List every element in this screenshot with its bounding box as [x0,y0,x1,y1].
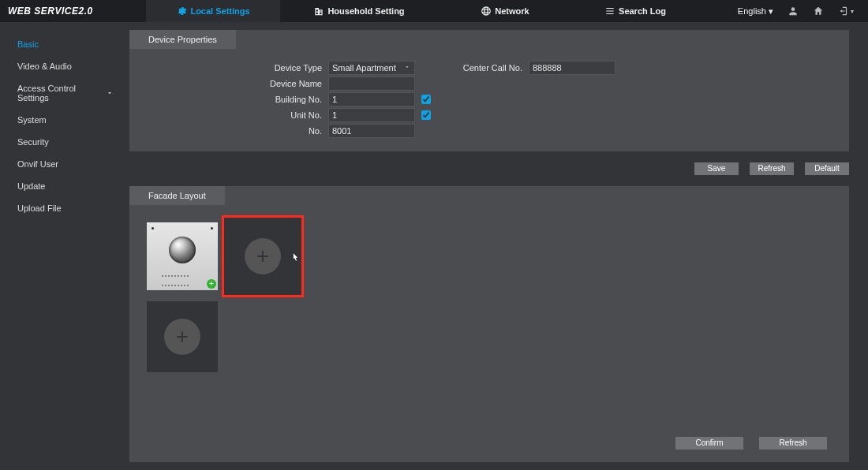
tab-network[interactable]: Network [438,0,572,22]
sidebar-item-system[interactable]: System [0,109,129,131]
sidebar-item-onvif-user[interactable]: Onvif User [0,153,129,175]
refresh-button[interactable]: Refresh [750,162,794,175]
sidebar-item-basic[interactable]: Basic [0,33,129,55]
row-building-no: Building No. [147,91,431,107]
tab-label: Local Settings [190,6,249,16]
facade-empty-slot [308,221,379,292]
save-button[interactable]: Save [694,162,739,175]
building-no-checkbox[interactable] [421,95,431,104]
label-no: No. [147,126,328,136]
speaker-grill-icon [161,270,204,284]
nav-tabs: Local Settings Household Setting Network… [146,0,698,22]
unit-no-checkbox[interactable] [421,110,431,120]
building-no-input[interactable] [328,92,415,106]
device-properties-body: Device Type Device Name Building No. [129,49,849,151]
label-building-no: Building No. [147,95,328,104]
no-input[interactable] [328,124,415,138]
row-unit-no: Unit No. [147,107,431,123]
properties-right-col: Center Call No. [431,60,832,139]
facade-grid: + + + [147,221,383,372]
gear-icon [176,6,187,17]
add-circle-icon: + [245,238,281,274]
device-properties-tab: Device Properties [129,30,236,49]
row-device-name: Device Name [147,76,431,91]
top-bar: WEB SERVICE2.0 Local Settings Household … [0,0,868,22]
facade-body: + + + Confirm [129,205,849,462]
main: Basic Video & Audio Access Control Setti… [0,22,868,470]
content: Device Properties Device Type Device Nam… [129,22,868,470]
sidebar-item-access-control[interactable]: Access Control Settings [0,77,129,109]
sidebar-item-security[interactable]: Security [0,131,129,153]
unit-no-input[interactable] [328,108,415,122]
facade-add-tile-highlighted[interactable]: + [224,218,301,295]
sidebar-item-label: System [17,115,47,125]
user-icon[interactable] [788,6,799,17]
device-name-input[interactable] [328,76,415,91]
sidebar-item-label: Basic [17,39,39,49]
tab-household-setting[interactable]: Household Setting [280,0,438,22]
facade-tab: Facade Layout [129,186,225,205]
sidebar-item-label: Upload File [17,203,62,213]
logout-icon[interactable]: ▾ [838,6,854,17]
sidebar-item-update[interactable]: Update [0,175,129,197]
add-circle-icon: + [164,319,200,355]
sidebar-item-label: Update [17,181,45,191]
building-icon [313,6,324,17]
sidebar-item-upload-file[interactable]: Upload File [0,197,129,219]
facade-camera-tile[interactable]: + [147,221,218,292]
default-button[interactable]: Default [805,162,849,175]
sidebar-item-video-audio[interactable]: Video & Audio [0,55,129,77]
facade-add-tile[interactable]: + [147,301,218,372]
tab-search-log[interactable]: Search Log [572,0,698,22]
add-badge-icon: + [207,279,216,289]
screw-icon [211,227,213,229]
sidebar-item-label: Security [17,137,49,147]
chevron-down-icon: ▾ [769,6,773,16]
camera-lens-icon [169,237,196,263]
facade-buttons: Confirm Refresh [675,437,827,449]
brand-logo: WEB SERVICE2.0 [0,6,146,17]
tab-label: Network [495,6,529,16]
properties-buttons: Save Refresh Default [129,151,849,175]
center-call-input[interactable] [529,61,615,75]
chevron-down-icon [106,89,114,97]
row-center-call: Center Call No. [437,60,832,76]
camera-module-image: + [147,222,218,290]
screw-icon [152,227,154,229]
tab-label: Search Log [619,6,666,16]
facade-panel: Facade Layout + [129,186,849,462]
language-select[interactable]: English ▾ [738,6,773,17]
cursor-icon [289,251,301,267]
device-type-value[interactable] [328,61,415,75]
topbar-right: English ▾ ▾ [738,6,868,17]
label-center-call: Center Call No. [437,63,529,73]
confirm-button[interactable]: Confirm [675,437,743,449]
chevron-down-icon: ▾ [851,8,854,15]
row-no: No. [147,123,431,139]
properties-left-col: Device Type Device Name Building No. [147,60,431,139]
sidebar-item-label: Access Control Settings [17,84,106,103]
device-properties-panel: Device Properties Device Type Device Nam… [129,30,849,151]
device-type-select[interactable] [328,61,415,75]
language-label: English [738,6,766,16]
tab-local-settings[interactable]: Local Settings [146,0,280,22]
sidebar-item-label: Video & Audio [17,62,72,71]
row-device-type: Device Type [147,60,431,76]
label-device-type: Device Type [147,63,328,73]
list-icon [604,6,615,17]
home-icon[interactable] [813,6,824,17]
refresh-button[interactable]: Refresh [759,437,827,449]
tab-label: Household Setting [327,6,404,16]
sidebar-item-label: Onvif User [17,159,58,169]
sidebar: Basic Video & Audio Access Control Setti… [0,22,129,470]
globe-icon [481,6,492,17]
label-unit-no: Unit No. [147,110,328,120]
label-device-name: Device Name [147,79,328,88]
